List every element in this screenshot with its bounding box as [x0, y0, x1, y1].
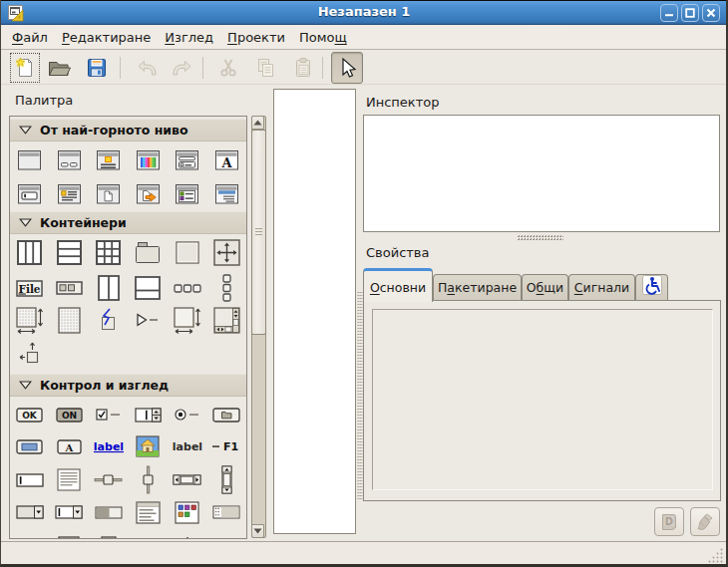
palette-item-hscrollbar[interactable] — [173, 474, 201, 485]
expander-open-icon — [19, 381, 32, 390]
palette-item-about-dialog[interactable] — [58, 184, 81, 204]
tab-signals[interactable]: Сигнали — [568, 274, 635, 301]
palette-item-window[interactable] — [18, 150, 41, 170]
palette-item-table[interactable] — [96, 240, 121, 265]
devhelp-button[interactable]: D — [654, 507, 684, 536]
palette-item-combo-box[interactable] — [16, 505, 44, 519]
palette-item-input-dialog[interactable] — [18, 184, 41, 204]
palette-item-image[interactable] — [136, 435, 160, 457]
minimize-button[interactable] — [660, 4, 678, 22]
palette-item-cell-view[interactable] — [212, 505, 240, 519]
menu-help[interactable]: Помощ — [292, 27, 354, 48]
palette-item-tree-view[interactable] — [136, 501, 161, 524]
palette-item-vscrollbar[interactable] — [221, 465, 232, 494]
scrollbar-down-button[interactable] — [251, 524, 264, 538]
palette-item-toolbar[interactable] — [56, 281, 83, 295]
palette-item-vbutton-box[interactable] — [222, 274, 231, 302]
tab-packing[interactable]: Пакетиране — [433, 274, 522, 301]
customize-button[interactable] — [690, 507, 720, 536]
palette-item-notebook[interactable] — [135, 240, 161, 265]
properties-scroll-area[interactable] — [372, 309, 713, 490]
palette-item-font-selection-dialog[interactable]: A — [215, 150, 238, 170]
resize-grip-icon[interactable] — [708, 547, 724, 563]
selector-button[interactable] — [331, 52, 363, 84]
palette-item-spin-button[interactable] — [135, 408, 162, 423]
palette-section-controls[interactable]: Контрол и изглед — [10, 374, 246, 397]
section-title: Контейнери — [40, 215, 127, 230]
palette-item-hscale[interactable] — [94, 474, 123, 485]
palette-item-label[interactable]: label — [173, 439, 202, 453]
palette-item-hbutton-box[interactable] — [174, 284, 201, 293]
palette-item-file-chooser-dialog[interactable] — [176, 150, 198, 170]
open-button[interactable] — [44, 53, 74, 83]
tab-accessibility[interactable] — [635, 274, 668, 301]
palette-section-toplevels[interactable]: От най-горното ниво — [10, 119, 246, 142]
undo-button[interactable] — [132, 53, 162, 83]
palette-scrollbar[interactable] — [251, 116, 266, 538]
palette-item-dialog[interactable] — [58, 150, 81, 170]
design-canvas[interactable] — [273, 89, 356, 534]
palette-item-icon-view[interactable] — [175, 501, 199, 524]
palette-item-entry[interactable] — [16, 473, 44, 487]
palette-item-list-dialog[interactable] — [176, 184, 198, 204]
palette-item-button[interactable]: OK — [16, 408, 43, 423]
palette-item-radio-button[interactable] — [175, 409, 200, 421]
palette-item-font-button[interactable]: A — [57, 439, 82, 454]
paned-resize-grip[interactable] — [518, 235, 563, 241]
redo-button[interactable] — [168, 53, 197, 83]
palette-item-color-button[interactable] — [16, 439, 43, 454]
palette-item-clipped[interactable] — [58, 536, 80, 540]
palette-item-scrolled-corner[interactable] — [213, 307, 240, 334]
palette-item-message-dialog[interactable] — [97, 150, 120, 170]
save-button[interactable] — [82, 53, 112, 83]
palette-row — [10, 238, 246, 266]
palette-item-recent-chooser-dialog[interactable] — [137, 184, 160, 204]
clipboard-icon — [291, 56, 315, 80]
palette-item-vscale[interactable] — [143, 465, 154, 494]
section-title: Контрол и изглед — [40, 378, 169, 393]
menu-file[interactable]: Файл — [5, 27, 55, 48]
menu-projects[interactable]: Проекти — [220, 27, 292, 48]
close-button[interactable] — [702, 4, 720, 22]
tab-general[interactable]: Основни — [363, 268, 433, 302]
palette-item-frame[interactable] — [176, 241, 199, 264]
titlebar[interactable]: Незапазен 1 — [0, 0, 728, 25]
palette-item-text-view[interactable] — [57, 468, 81, 491]
palette-item-file-chooser-button[interactable] — [212, 408, 240, 423]
palette-item-assistant[interactable] — [215, 184, 238, 204]
palette-item-clipped[interactable] — [101, 536, 117, 540]
palette-item-hbox[interactable] — [17, 240, 42, 265]
palette-item-combo-box-entry[interactable] — [55, 505, 83, 519]
scrollbar-up-button[interactable] — [251, 116, 264, 130]
copy-button[interactable] — [250, 53, 280, 83]
palette-item-handle-box[interactable] — [99, 308, 119, 332]
palette-item-clipped[interactable] — [185, 536, 189, 540]
palette-section-containers[interactable]: Контейнери — [10, 211, 246, 234]
palette-item-plug-window[interactable] — [97, 184, 120, 204]
cut-button[interactable] — [213, 53, 243, 83]
palette-item-fixed[interactable] — [213, 239, 240, 266]
palette-item-vpaned[interactable] — [135, 276, 161, 300]
inspector-tree[interactable] — [363, 115, 720, 232]
palette-item-viewport[interactable] — [16, 307, 43, 334]
palette-item-scrolled-window[interactable] — [174, 307, 200, 334]
palette-item-toggle-button[interactable]: ON — [56, 408, 83, 423]
palette-item-menubar[interactable]: File — [16, 280, 43, 297]
scrollbar-thumb[interactable] — [251, 130, 266, 335]
palette-item-check-button[interactable] — [96, 409, 122, 421]
palette-item-layout[interactable] — [58, 307, 81, 334]
maximize-button[interactable] — [681, 4, 699, 22]
palette-item-alignment[interactable] — [19, 341, 41, 364]
palette-item-color-selection-dialog[interactable] — [137, 150, 160, 170]
palette-item-accel-label[interactable]: F1 — [211, 439, 241, 453]
palette-item-expander[interactable] — [136, 313, 160, 327]
palette-item-link-button[interactable]: label — [94, 439, 124, 453]
palette-item-vbox[interactable] — [57, 240, 82, 265]
tab-common[interactable]: Общи — [522, 274, 568, 301]
palette-item-progress-bar[interactable] — [95, 506, 123, 519]
menu-edit[interactable]: Редактиране — [55, 27, 158, 48]
new-button[interactable] — [10, 53, 40, 83]
palette-item-hpaned[interactable] — [98, 275, 120, 301]
paste-button[interactable] — [288, 53, 318, 83]
menu-view[interactable]: Изглед — [158, 27, 220, 48]
